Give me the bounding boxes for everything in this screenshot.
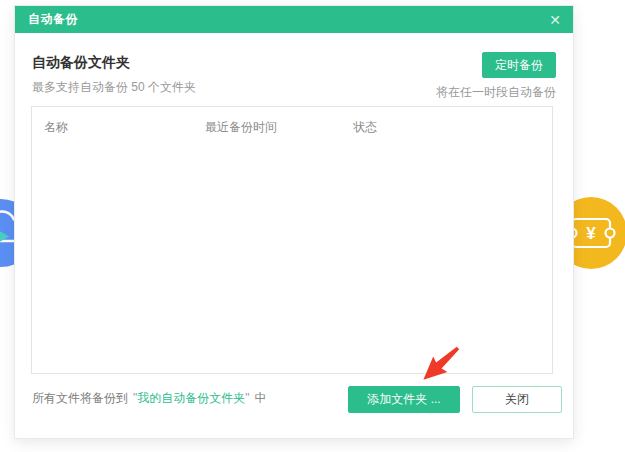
scheduled-backup-button[interactable]: 定时备份 bbox=[482, 52, 556, 78]
backup-target-text: 所有文件将备份到"我的自动备份文件夹"中 bbox=[32, 390, 267, 407]
dialog-titlebar: 自动备份 ✕ bbox=[15, 6, 573, 33]
auto-backup-dialog: 自动备份 ✕ 自动备份文件夹 最多支持自动备份 50 个文件夹 定时备份 将在任… bbox=[15, 6, 573, 438]
close-icon[interactable]: ✕ bbox=[547, 11, 563, 29]
close-quote: " bbox=[245, 391, 249, 405]
schedule-note: 将在任一时段自动备份 bbox=[436, 84, 556, 101]
table-body-empty bbox=[32, 143, 552, 373]
section-heading: 自动备份文件夹 bbox=[32, 54, 130, 72]
target-suffix: 中 bbox=[255, 391, 267, 405]
target-prefix: 所有文件将备份到 bbox=[32, 391, 128, 405]
yuan-symbol: ¥ bbox=[586, 224, 596, 243]
column-header-name: 名称 bbox=[44, 119, 68, 136]
target-folder-link[interactable]: 我的自动备份文件夹 bbox=[137, 391, 245, 405]
close-button[interactable]: 关闭 bbox=[472, 386, 562, 413]
column-header-status: 状态 bbox=[353, 119, 377, 136]
screen: ¥ 自动备份 ✕ 自动备份文件夹 最多支持自动备份 50 个文件夹 定时备份 将… bbox=[0, 0, 625, 452]
folder-limit-note: 最多支持自动备份 50 个文件夹 bbox=[32, 79, 196, 96]
backup-folder-table: 名称 最近备份时间 状态 bbox=[31, 106, 553, 374]
column-header-last-backup-time: 最近备份时间 bbox=[205, 119, 277, 136]
add-folder-button[interactable]: 添加文件夹 ... bbox=[348, 386, 460, 413]
dialog-title: 自动备份 bbox=[28, 11, 78, 28]
